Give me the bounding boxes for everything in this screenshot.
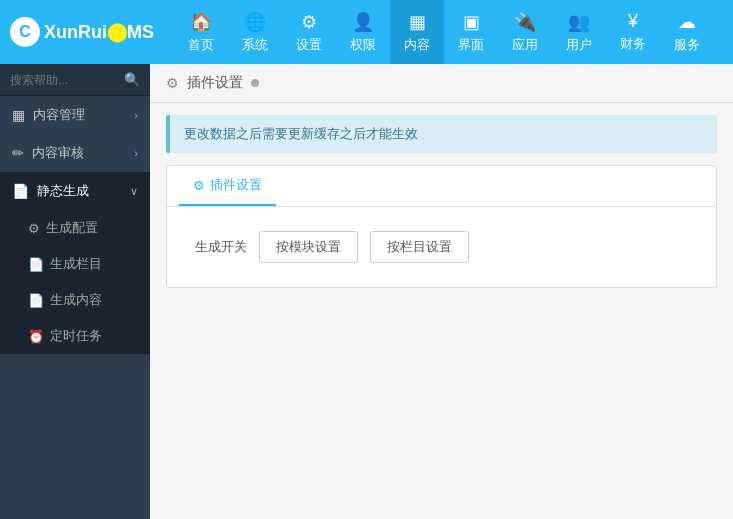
nav-label-settings: 设置: [296, 36, 322, 54]
sidebar-sub-label-gen-config: 生成配置: [46, 219, 98, 237]
sidebar-label-static-gen: 静态生成: [37, 182, 89, 200]
nav-items: 🏠 首页 🌐 系统 ⚙ 设置 👤 权限 ▦ 内容 ▣ 界面 🔌 应用 👥: [174, 0, 723, 64]
search-input[interactable]: [10, 73, 124, 87]
system-icon: 🌐: [244, 11, 266, 33]
sidebar-label-content-manage: 内容管理: [33, 106, 85, 124]
nav-item-service[interactable]: ☁ 服务: [660, 0, 714, 64]
chevron-right-icon-2: ›: [134, 147, 138, 159]
nav-item-users[interactable]: 👥 用户: [552, 0, 606, 64]
status-dot: [251, 79, 259, 87]
logo-text: XunRui⬤MS: [44, 21, 154, 43]
sidebar-item-content-manage[interactable]: ▦ 内容管理 ›: [0, 96, 150, 134]
nav-item-home[interactable]: 🏠 首页: [174, 0, 228, 64]
search-icon[interactable]: 🔍: [124, 72, 140, 87]
nav-label-system: 系统: [242, 36, 268, 54]
content-icon: ▦: [409, 11, 426, 33]
gen-config-icon: ⚙: [28, 221, 40, 236]
permissions-icon: 👤: [352, 11, 374, 33]
form-row: 生成开关 按模块设置 按栏目设置: [187, 231, 696, 263]
gen-nav-icon: 📄: [28, 257, 44, 272]
service-icon: ☁: [678, 11, 696, 33]
sidebar-sub-gen-nav[interactable]: 📄 生成栏目: [0, 246, 150, 282]
card-tabs: ⚙ 插件设置: [167, 166, 716, 207]
sidebar-sub-gen-config[interactable]: ⚙ 生成配置: [0, 210, 150, 246]
card-body: 生成开关 按模块设置 按栏目设置: [167, 207, 716, 287]
sidebar-sub-label-gen-nav: 生成栏目: [50, 255, 102, 273]
gen-content-icon: 📄: [28, 293, 44, 308]
apps-icon: 🔌: [514, 11, 536, 33]
finance-icon: ¥: [628, 11, 638, 32]
logo-icon: C: [10, 17, 40, 47]
nav-label-home: 首页: [188, 36, 214, 54]
sidebar-label-content-review: 内容审核: [32, 144, 84, 162]
nav-label-apps: 应用: [512, 36, 538, 54]
logo: C XunRui⬤MS: [10, 17, 154, 47]
sidebar-group-static-gen: 📄 静态生成 ∨ ⚙ 生成配置 📄 生成栏目 📄 生成内容: [0, 172, 150, 354]
sidebar: 🔍 ▦ 内容管理 › ✏ 内容审核 ›: [0, 64, 150, 519]
static-gen-icon: 📄: [12, 183, 29, 199]
nav-item-ui[interactable]: ▣ 界面: [444, 0, 498, 64]
sidebar-sub-label-gen-content: 生成内容: [50, 291, 102, 309]
top-navigation: C XunRui⬤MS 🏠 首页 🌐 系统 ⚙ 设置 👤 权限 ▦ 内容 ▣ 界…: [0, 0, 733, 64]
chevron-down-icon: ∨: [130, 185, 138, 198]
nav-label-content: 内容: [404, 36, 430, 54]
tab-plugin-label: 插件设置: [210, 176, 262, 194]
form-label-switch: 生成开关: [187, 238, 247, 256]
nav-label-users: 用户: [566, 36, 592, 54]
nav-label-ui: 界面: [458, 36, 484, 54]
sidebar-item-static-gen[interactable]: 📄 静态生成 ∨: [0, 172, 150, 210]
sidebar-menu: ▦ 内容管理 › ✏ 内容审核 › 📄 静态生成: [0, 96, 150, 519]
by-nav-button[interactable]: 按栏目设置: [370, 231, 469, 263]
alert-banner: 更改数据之后需要更新缓存之后才能生效: [166, 115, 717, 153]
sidebar-item-content-review[interactable]: ✏ 内容审核 ›: [0, 134, 150, 172]
page-header: ⚙ 插件设置: [150, 64, 733, 103]
home-icon: 🏠: [190, 11, 212, 33]
tab-plugin-icon: ⚙: [193, 178, 205, 193]
page-gear-icon: ⚙: [166, 75, 179, 91]
nav-item-settings[interactable]: ⚙ 设置: [282, 0, 336, 64]
tab-plugin-settings[interactable]: ⚙ 插件设置: [179, 166, 276, 206]
sidebar-sub-scheduled-task[interactable]: ⏰ 定时任务: [0, 318, 150, 354]
nav-label-service: 服务: [674, 36, 700, 54]
main-content: ⚙ 插件设置 更改数据之后需要更新缓存之后才能生效 ⚙ 插件设置 生成开关 按模…: [150, 64, 733, 519]
content-review-icon: ✏: [12, 145, 24, 161]
sidebar-sub-gen-content[interactable]: 📄 生成内容: [0, 282, 150, 318]
chevron-right-icon: ›: [134, 109, 138, 121]
settings-card: ⚙ 插件设置 生成开关 按模块设置 按栏目设置: [166, 165, 717, 288]
nav-label-finance: 财务: [620, 35, 646, 53]
alert-message: 更改数据之后需要更新缓存之后才能生效: [184, 126, 418, 141]
by-module-button[interactable]: 按模块设置: [259, 231, 358, 263]
nav-item-system[interactable]: 🌐 系统: [228, 0, 282, 64]
nav-item-apps[interactable]: 🔌 应用: [498, 0, 552, 64]
page-title: 插件设置: [187, 74, 243, 92]
scheduled-task-icon: ⏰: [28, 329, 44, 344]
search-box: 🔍: [0, 64, 150, 96]
users-icon: 👥: [568, 11, 590, 33]
nav-item-finance[interactable]: ¥ 财务: [606, 0, 660, 64]
nav-label-permissions: 权限: [350, 36, 376, 54]
layout: 🔍 ▦ 内容管理 › ✏ 内容审核 ›: [0, 64, 733, 519]
sidebar-sub-label-scheduled-task: 定时任务: [50, 327, 102, 345]
nav-item-content[interactable]: ▦ 内容: [390, 0, 444, 64]
ui-icon: ▣: [463, 11, 480, 33]
content-manage-icon: ▦: [12, 107, 25, 123]
nav-item-permissions[interactable]: 👤 权限: [336, 0, 390, 64]
settings-icon: ⚙: [301, 11, 317, 33]
